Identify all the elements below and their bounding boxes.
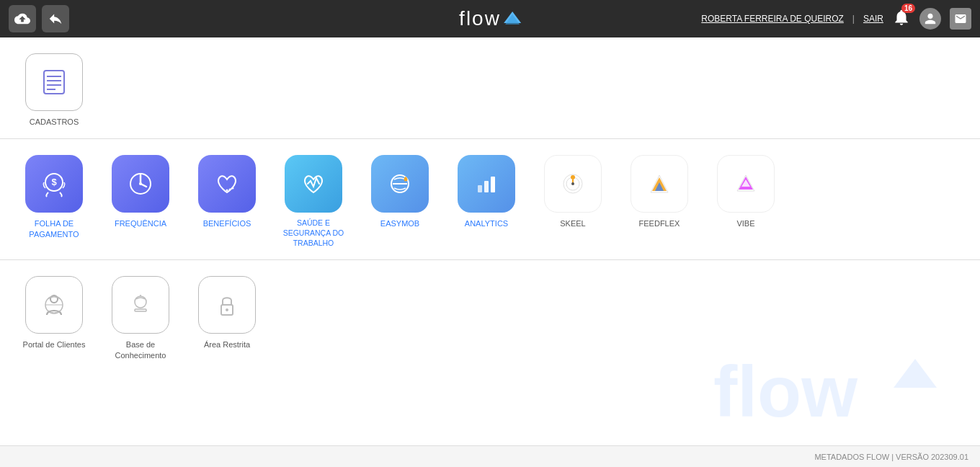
svg-rect-2 <box>44 71 64 94</box>
app-portal[interactable]: Portal de Clientes <box>14 272 94 354</box>
cadastros-grid: CADASTROS <box>14 49 966 131</box>
app-easymob[interactable]: EASYMOB <box>360 151 440 233</box>
app-feedflex[interactable]: FEEDFLEX <box>620 151 699 233</box>
app-saude[interactable]: SAÚDE E SEGURANÇA DO TRABALHO <box>274 151 353 252</box>
logo: flow <box>459 7 521 30</box>
app-analytics[interactable]: ANALYTICS <box>447 151 526 233</box>
area-icon <box>198 276 256 334</box>
svg-point-25 <box>571 182 574 185</box>
svg-point-24 <box>571 175 575 179</box>
app-cadastros[interactable]: CADASTROS <box>14 49 94 131</box>
svg-point-39 <box>226 308 228 311</box>
base-icon <box>112 276 169 334</box>
feedflex-label: FEEDFLEX <box>639 218 680 228</box>
logo-icon <box>504 12 521 26</box>
logout-link[interactable]: SAIR <box>863 14 883 24</box>
analytics-icon <box>458 155 515 213</box>
apps-grid: $ FOLHA DE PAGAMENTO <box>14 151 966 252</box>
section-portal: Portal de Clientes Base de Conhecimento <box>0 260 980 372</box>
svg-point-15 <box>226 190 228 192</box>
mail-button[interactable] <box>950 8 971 30</box>
folha-label: FOLHA DE PAGAMENTO <box>19 218 89 239</box>
svg-point-12 <box>139 182 142 185</box>
exit-button[interactable] <box>42 5 69 32</box>
notification-badge: 16 <box>901 4 915 13</box>
app-skeel[interactable]: SKEEL <box>533 151 612 233</box>
vibe-label: VIBE <box>736 218 754 228</box>
app-frequencia[interactable]: FREQUÊNCIA <box>101 151 180 233</box>
app-beneficios[interactable]: BENEFÍCIOS <box>187 151 267 233</box>
svg-rect-20 <box>484 181 489 192</box>
svg-point-13 <box>232 187 234 190</box>
svg-point-14 <box>229 189 231 191</box>
cadastros-icon <box>25 53 83 111</box>
main-content: CADASTROS $ FOLHA DE PAGAMENTO <box>0 37 980 467</box>
logo-text: flow <box>459 7 501 30</box>
beneficios-label: BENEFÍCIOS <box>203 218 251 228</box>
area-label: Área Restrita <box>204 339 250 350</box>
skeel-label: SKEEL <box>560 218 585 228</box>
portal-icon <box>25 276 83 334</box>
saude-icon <box>285 155 342 213</box>
section-cadastros: CADASTROS <box>0 37 980 139</box>
user-name-link[interactable]: ROBERTA FERREIRA DE QUEIROZ <box>701 14 844 24</box>
base-label: Base de Conhecimento <box>105 339 176 360</box>
svg-rect-21 <box>491 177 495 192</box>
svg-rect-35 <box>135 309 146 311</box>
app-vibe[interactable]: VIBE <box>706 151 785 233</box>
app-folha[interactable]: $ FOLHA DE PAGAMENTO <box>14 151 94 244</box>
portal-grid: Portal de Clientes Base de Conhecimento <box>14 272 966 365</box>
header: flow ROBERTA FERREIRA DE QUEIROZ | SAIR … <box>0 0 980 37</box>
header-separator: | <box>852 14 855 24</box>
user-avatar-button[interactable] <box>919 8 941 30</box>
footer-text: METADADOS FLOW | VERSÃO 202309.01 <box>814 453 968 461</box>
folha-icon: $ <box>25 155 83 213</box>
app-area[interactable]: Área Restrita <box>187 272 267 354</box>
svg-rect-19 <box>478 185 482 192</box>
header-left-icons <box>9 5 69 32</box>
cloud-upload-button[interactable] <box>9 5 36 32</box>
app-base[interactable]: Base de Conhecimento <box>101 272 180 365</box>
analytics-label: ANALYTICS <box>465 218 508 228</box>
notification-button[interactable]: 16 <box>892 8 911 30</box>
vibe-icon <box>717 155 775 213</box>
skeel-icon <box>544 155 602 213</box>
beneficios-icon <box>198 155 256 213</box>
footer: METADADOS FLOW | VERSÃO 202309.01 <box>0 445 980 467</box>
feedflex-icon <box>631 155 688 213</box>
header-right: ROBERTA FERREIRA DE QUEIROZ | SAIR 16 <box>701 8 971 30</box>
svg-text:$: $ <box>51 177 57 187</box>
cadastros-label: CADASTROS <box>30 117 79 127</box>
frequencia-icon <box>112 155 169 213</box>
easymob-icon <box>371 155 429 213</box>
portal-label: Portal de Clientes <box>23 339 86 350</box>
frequencia-label: FREQUÊNCIA <box>115 218 166 228</box>
section-apps: $ FOLHA DE PAGAMENTO <box>0 139 980 260</box>
easymob-label: EASYMOB <box>380 218 419 228</box>
svg-point-18 <box>404 178 408 182</box>
saude-label: SAÚDE E SEGURANÇA DO TRABALHO <box>278 218 349 248</box>
